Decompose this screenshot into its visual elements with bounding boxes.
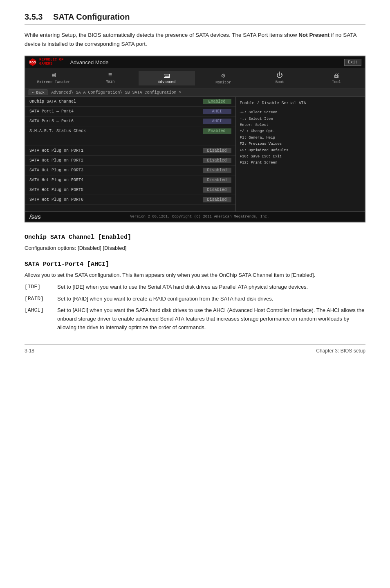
asus-logo: /sus [29,213,41,220]
nav-advanced[interactable]: 🖴 Advanced [139,71,195,85]
doc-text-onchip: Configuration options: [Disabled] [Disab… [25,244,365,253]
row-value-hotplug1: Disabled [203,148,231,153]
doc-section-onchip: Onchip SATA Channel [Enabled] Configurat… [25,234,365,253]
section-title: 3.5.3 SATA Configuration [25,12,365,25]
nav-tool[interactable]: 🖨 Tool [308,71,365,85]
section-number: 3.5.3 [25,12,43,21]
row-smart[interactable]: S.M.A.R.T. Status Check Enabled [25,126,235,136]
footer-chapter: Chapter 3: BIOS setup [316,348,365,354]
page-container: 3.5.3 SATA Configuration While entering … [0,0,390,370]
row-value-port14: AHCI [203,109,231,114]
bios-nav-bar: 🖥 Extreme Tweaker ≡ Main 🖴 Advanced ⚙ Mo… [25,68,365,88]
def-desc-ide: Set to [IDE] when you want to use the Se… [57,283,365,292]
def-term-ide: [IDE] [25,283,57,292]
row-hotplug-port6[interactable]: SATA Hot Plug on PORT6 Disabled [25,195,235,205]
def-desc-ahci: Set to [AHCI] when you want the SATA har… [57,306,365,332]
bios-version: Version 2.00.1201. Copyright (C) 2011 Am… [130,215,269,219]
doc-heading-onchip: Onchip SATA Channel [Enabled] [25,234,365,241]
nav-extreme-tweaker[interactable]: 🖥 Extreme Tweaker [25,71,82,85]
def-item-ahci: [AHCI] Set to [AHCI] when you want the S… [25,306,365,332]
row-value-hotplug4: Disabled [203,177,231,183]
row-value-hotplug5: Disabled [203,187,231,193]
def-item-raid: [RAID] Set to [RAID] when you want to cr… [25,295,365,303]
bios-help-panel: Enable / Disable Serial ATA →←: Select S… [236,97,365,211]
breadcrumb-path: Advanced\ SATA Configuration\ SB SATA Co… [52,90,182,95]
doc-heading-sata-port: SATA Port1-Port4 [AHCI] [25,261,365,268]
bios-footer: /sus Version 2.00.1201. Copyright (C) 20… [25,211,365,222]
bios-logo: ROG REPUBLIC OF GAMERS Advanced Mode [29,58,108,66]
row-value-hotplug2: Disabled [203,158,231,163]
row-hotplug-port3[interactable]: SATA Hot Plug on PORT3 Disabled [25,166,235,175]
boot-icon: ⏻ [253,72,306,79]
row-label-onchip: OnChip SATA Channel [29,99,203,104]
intro-paragraph: While entering Setup, the BIOS automatic… [25,31,365,48]
bios-exit-button[interactable]: Exit [344,59,361,66]
row-value-hotplug6: Disabled [203,197,231,202]
row-label-hotplug2: SATA Hot Plug on PORT2 [29,158,203,163]
definition-list: [IDE] Set to [IDE] when you want to use … [25,283,365,332]
svg-text:ROG: ROG [29,61,36,64]
bios-screen: ROG REPUBLIC OF GAMERS Advanced Mode Exi… [25,56,365,222]
bios-logo-text: REPUBLIC OF GAMERS [39,58,63,66]
bios-settings-panel: OnChip SATA Channel Enabled SATA Port1 —… [25,97,236,211]
bios-header: ROG REPUBLIC OF GAMERS Advanced Mode Exi… [25,56,365,68]
nav-monitor[interactable]: ⚙ Monitor [195,71,251,85]
keyboard-shortcuts: →←: Select Screen ↑↓: Select Item Enter:… [240,110,361,166]
bios-mode-title: Advanced Mode [70,59,108,65]
row-label-hotplug1: SATA Hot Plug on PORT1 [29,148,203,153]
bios-breadcrumb: ← Back Advanced\ SATA Configuration\ SB … [25,88,365,97]
section-heading: SATA Configuration [53,12,130,21]
row-value-onchip: Enabled [203,99,231,104]
main-icon: ≡ [83,72,137,79]
row-label-smart: S.M.A.R.T. Status Check [29,129,203,133]
row-label-hotplug6: SATA Hot Plug on PORT6 [29,197,203,202]
doc-section-sata-port: SATA Port1-Port4 [AHCI] Allows you to se… [25,261,365,332]
row-hotplug-port5[interactable]: SATA Hot Plug on PORT5 Disabled [25,185,235,195]
monitor-icon: ⚙ [197,72,250,80]
back-button[interactable]: ← Back [29,90,47,95]
row-value-smart: Enabled [203,128,231,134]
rog-logo-icon: ROG [29,58,37,66]
context-help-text: Enable / Disable Serial ATA [240,101,361,105]
nav-boot[interactable]: ⏻ Boot [251,71,308,85]
row-label-port56: SATA Port5 — Port6 [29,119,203,123]
def-item-ide: [IDE] Set to [IDE] when you want to use … [25,283,365,292]
row-hotplug-port2[interactable]: SATA Hot Plug on PORT2 Disabled [25,156,235,166]
row-sata-port56[interactable]: SATA Port5 — Port6 AHCI [25,117,235,126]
page-footer: 3-18 Chapter 3: BIOS setup [25,344,365,354]
extreme-tweaker-icon: 🖥 [27,72,80,79]
row-hotplug-port4[interactable]: SATA Hot Plug on PORT4 Disabled [25,175,235,185]
doc-text-sata-port: Allows you to set the SATA configuration… [25,271,365,280]
row-label-port14: SATA Port1 — Port4 [29,109,203,114]
row-spacer [25,136,235,146]
nav-main[interactable]: ≡ Main [82,71,138,85]
tool-icon: 🖨 [310,72,363,79]
def-desc-raid: Set to [RAID] when you want to create a … [57,295,365,303]
advanced-icon: 🖴 [140,72,193,79]
row-hotplug-port1[interactable]: SATA Hot Plug on PORT1 Disabled [25,146,235,156]
def-term-raid: [RAID] [25,295,57,303]
row-value-port56: AHCI [203,119,231,124]
row-sata-port14[interactable]: SATA Port1 — Port4 AHCI [25,107,235,117]
bios-main-content: OnChip SATA Channel Enabled SATA Port1 —… [25,97,365,211]
footer-page-number: 3-18 [25,348,34,354]
row-onchip-sata[interactable]: OnChip SATA Channel Enabled [25,97,235,107]
def-term-ahci: [AHCI] [25,306,57,332]
row-label-hotplug4: SATA Hot Plug on PORT4 [29,178,203,182]
row-value-hotplug3: Disabled [203,168,231,173]
row-label-hotplug3: SATA Hot Plug on PORT3 [29,168,203,173]
row-label-hotplug5: SATA Hot Plug on PORT5 [29,188,203,192]
